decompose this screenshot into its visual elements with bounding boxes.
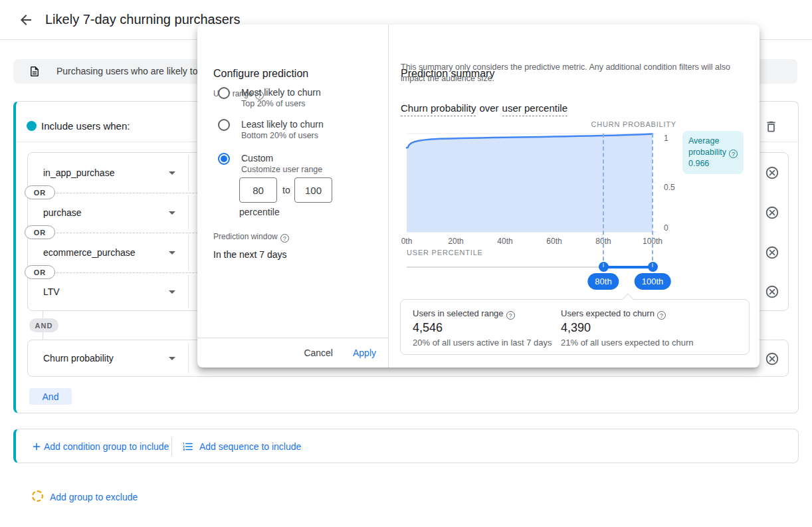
- add-group-to-exclude-button[interactable]: Add group to exclude: [50, 492, 138, 502]
- svg-text:40th: 40th: [497, 237, 512, 246]
- or-operator-pill: OR: [25, 265, 55, 279]
- configure-prediction-dialog: Configure prediction User range? Most li…: [197, 25, 760, 368]
- svg-text:USER PERCENTILE: USER PERCENTILE: [407, 249, 483, 257]
- condition-dropdown[interactable]: Churn probability: [43, 340, 188, 376]
- radio-sublabel: Bottom 20% of users: [241, 131, 318, 140]
- condition-dropdown[interactable]: in_app_purchase: [43, 153, 188, 193]
- configure-title: Configure prediction: [213, 68, 308, 80]
- include-group-dot: [27, 121, 37, 131]
- chart-subtitle: Churn probabilityoveruser percentile: [401, 102, 567, 114]
- and-operator-pill: AND: [29, 318, 58, 332]
- chart-y-axis-title: CHURN PROBABILITY: [591, 120, 676, 128]
- remove-condition-button[interactable]: [765, 205, 779, 220]
- or-operator-pill: OR: [25, 225, 55, 239]
- apply-button[interactable]: Apply: [353, 348, 376, 358]
- help-icon[interactable]: ?: [657, 311, 666, 320]
- summary-description: This summary only considers the predicti…: [401, 62, 741, 84]
- slider-value-pill-end: 100th: [635, 273, 671, 290]
- radio-sublabel: Top 20% of users: [241, 99, 306, 108]
- condition-dropdown[interactable]: LTV: [43, 272, 188, 311]
- connector-line: [43, 332, 43, 340]
- stat-note: 20% of all users active in last 7 days: [413, 338, 552, 348]
- average-probability-badge: Average probability? 0.966: [682, 131, 744, 174]
- slider-value-pill-start: 80th: [587, 273, 619, 290]
- average-probability-label: Average probability: [688, 136, 726, 157]
- arrow-left-icon: [18, 20, 34, 30]
- stat-note: 21% of all users expected to churn: [561, 338, 693, 348]
- condition-dropdown[interactable]: purchase: [43, 193, 188, 233]
- stat-value: 4,546: [413, 321, 443, 335]
- chevron-down-icon: [169, 251, 175, 255]
- remove-condition-button[interactable]: [765, 352, 779, 366]
- sequence-list-icon: [182, 441, 194, 455]
- audience-builder-screen: Likely 7-day churning purchasers Purchas…: [0, 0, 812, 527]
- or-operator-pill: OR: [25, 185, 55, 199]
- add-group-card: Add condition group to include Add seque…: [13, 429, 799, 463]
- chevron-down-icon: [169, 171, 175, 175]
- dashed-circle-icon: [32, 490, 43, 502]
- range-from-input[interactable]: [239, 177, 277, 203]
- divider: [171, 437, 172, 456]
- connector-line: [43, 311, 43, 318]
- back-button[interactable]: [17, 12, 35, 29]
- add-sequence-button[interactable]: Add sequence to include: [199, 441, 301, 452]
- prediction-stats-card: Users in selected range? 4,546 20% of al…: [400, 299, 750, 355]
- chevron-down-icon: [169, 290, 175, 294]
- close-circle-icon: [765, 291, 779, 301]
- help-icon[interactable]: ?: [729, 150, 738, 158]
- cancel-button[interactable]: Cancel: [304, 348, 333, 358]
- delete-group-button[interactable]: [763, 120, 778, 134]
- range-to-label: to: [282, 185, 290, 195]
- selection-guide-line-end: [652, 134, 653, 267]
- add-condition-group-button[interactable]: Add condition group to include: [44, 441, 169, 452]
- range-to-input[interactable]: [294, 177, 332, 203]
- audience-description-text: Purchasing users who are likely to: [56, 66, 197, 76]
- trash-icon: [764, 126, 778, 136]
- percentile-slider-selected-range: [603, 266, 653, 268]
- chevron-down-icon: [169, 357, 175, 360]
- radio-icon[interactable]: [218, 119, 230, 131]
- close-circle-icon: [765, 358, 779, 368]
- stat-label: Users expected to churn?: [561, 308, 666, 320]
- help-icon[interactable]: ?: [506, 311, 515, 320]
- stat-label: Users in selected range?: [413, 308, 515, 320]
- radio-sublabel: Customize user range: [241, 165, 322, 174]
- remove-condition-button[interactable]: [765, 165, 779, 180]
- add-and-condition-button[interactable]: And: [29, 388, 72, 405]
- condition-label: in_app_purchase: [43, 167, 114, 178]
- churn-probability-chart: 0th20th40th60th80th100th00.51USER PERCEN…: [399, 130, 678, 257]
- close-circle-icon: [765, 252, 779, 262]
- radio-icon-selected[interactable]: [218, 153, 230, 165]
- condition-label: ecommerce_purchase: [43, 247, 136, 258]
- row-separator: [188, 195, 189, 230]
- svg-text:0th: 0th: [401, 237, 413, 246]
- radio-icon[interactable]: [218, 87, 230, 99]
- stat-value: 4,390: [561, 321, 591, 335]
- radio-label: Least likely to churn: [241, 119, 324, 130]
- radio-label: Most likely to churn: [241, 87, 321, 98]
- user-percentile-term[interactable]: user percentile: [502, 102, 567, 116]
- svg-text:20th: 20th: [448, 237, 463, 246]
- row-separator: [188, 275, 189, 308]
- prediction-window-value: In the next 7 days: [213, 249, 287, 260]
- close-circle-icon: [765, 212, 779, 222]
- row-separator: [188, 156, 189, 190]
- chevron-down-icon: [169, 211, 175, 215]
- plus-icon: [31, 441, 43, 455]
- condition-label: Churn probability: [43, 353, 114, 364]
- svg-text:0.5: 0.5: [664, 183, 675, 192]
- include-card-title: Include users when:: [41, 120, 130, 132]
- condition-dropdown[interactable]: ecommerce_purchase: [43, 233, 188, 272]
- help-icon[interactable]: ?: [280, 234, 289, 243]
- svg-text:0: 0: [664, 223, 668, 233]
- svg-text:1: 1: [664, 134, 668, 143]
- remove-condition-button[interactable]: [765, 284, 779, 299]
- churn-probability-term[interactable]: Churn probability: [401, 102, 476, 116]
- remove-condition-button[interactable]: [765, 245, 779, 260]
- condition-label: LTV: [43, 286, 60, 297]
- selection-guide-line-start: [603, 134, 604, 267]
- row-separator: [188, 343, 189, 373]
- dialog-panel-divider: [388, 25, 389, 368]
- condition-label: purchase: [43, 207, 82, 218]
- dialog-footer: Cancel Apply: [197, 338, 388, 368]
